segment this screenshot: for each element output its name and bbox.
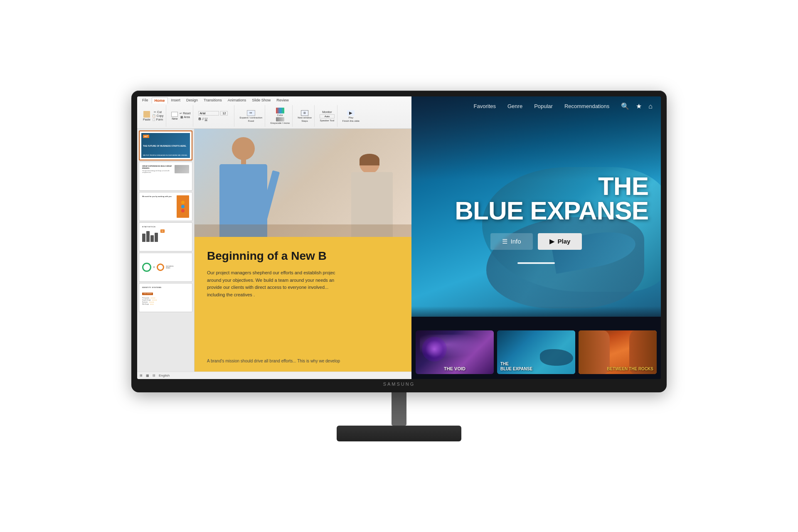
slide4-badge: 32 [160, 229, 165, 233]
monitor-stand-neck [392, 392, 406, 426]
play-group: ▶ Play Finish this slide [340, 105, 362, 127]
monitor-button[interactable]: Monitor [322, 111, 332, 113]
slide-thumb-3[interactable]: 3 We work for you by working with you. [139, 192, 192, 221]
slide-thumb-4[interactable]: 4 STATISTICS 32 [139, 222, 192, 251]
stream-nav: Favorites Genre Popular Recommendations … [411, 96, 661, 116]
tab-insert[interactable]: Insert [169, 97, 183, 103]
new-slide-button[interactable]: New [171, 112, 178, 120]
info-button[interactable]: ☰ Info [490, 233, 533, 250]
format-button[interactable]: ⬚ Form [152, 118, 163, 121]
expand-group: ⇔ Expand / contraction Fixed [237, 105, 265, 127]
slide-body: Our project managers shepherd our effort… [207, 269, 399, 298]
thumb-void-label: THE VOID [424, 366, 486, 372]
speaker-tool-button[interactable]: Speaker Tool [320, 119, 334, 122]
tab-slideshow[interactable]: Slide Show [249, 97, 273, 103]
menu-icon: ☰ [502, 238, 507, 245]
ppt-statusbar: ⊞ ▦ ⊟ English [137, 372, 411, 379]
ribbon-toolbar: Paste ✂ Cut 📋 Copy ⬚ Form [139, 103, 410, 128]
slide-main-heading: Beginning of a New B [207, 249, 399, 263]
slide4-title: STATISTICS [142, 226, 189, 228]
streaming-section: Favorites Genre Popular Recommendations … [411, 96, 661, 379]
slide-footer: A brand's mission should drive all brand… [207, 359, 340, 363]
slide1-title: THE FUTURE OF BUSINESS STARTS HERE. [143, 145, 188, 148]
nav-recommendations[interactable]: Recommendations [564, 103, 609, 109]
nav-popular[interactable]: Popular [534, 103, 553, 109]
slide-thumb-6[interactable]: 6 IDENTITY SYSTEMS UX/UI DESIGN Photogra… [139, 283, 192, 312]
slide-thumb-5[interactable]: 5 + INNOVATION BRAND [139, 253, 192, 282]
nav-genre[interactable]: Genre [507, 103, 522, 109]
play-icon: ▶ [549, 238, 554, 245]
paste-button[interactable]: Paste [143, 111, 150, 121]
ppt-content-area: 1 m7 THE FUTURE OF BUSINESS STARTS HERE.… [137, 129, 411, 372]
new-window-button[interactable]: ⊞ New window [298, 110, 312, 119]
color-button[interactable]: Color [276, 108, 284, 116]
thumbnails-section: THE VOID THEBLUE EXPANSE [411, 306, 661, 379]
slide-thumb-2[interactable]: 2 GREAT EXPERIENCES BUILD GREAT BRANDS. … [139, 162, 192, 191]
play-button[interactable]: ▶ Play [538, 233, 582, 250]
underline-button[interactable]: U [204, 117, 207, 121]
monitor-stand-base [337, 426, 461, 441]
tab-transitions[interactable]: Transitions [201, 97, 224, 103]
progress-bar-area [411, 262, 661, 264]
thumbnail-between-rocks[interactable]: BETWEEN THE ROCKS [579, 330, 657, 374]
bold-button[interactable]: B [198, 117, 201, 121]
slide-content-box: Beginning of a New B Our project manager… [195, 237, 411, 372]
powerpoint-section: File Home Insert Design Transitions [137, 96, 411, 379]
cut-button[interactable]: ✂ Cut [152, 111, 163, 114]
favorites-icon[interactable]: ★ [636, 102, 642, 110]
thumb-rocks-label: BETWEEN THE ROCKS [607, 367, 653, 372]
font-group: Arial 12 B I U [196, 105, 234, 127]
fixed-button[interactable]: Fixed [248, 120, 254, 122]
window-group: ⊞ New window Steps [295, 105, 315, 127]
layout-button[interactable]: ▦ Area [180, 116, 190, 119]
monitor-frame: File Home Insert Design Transitions [131, 91, 667, 392]
reset-button[interactable]: ↩ Reset [180, 112, 190, 115]
finish-slide-button[interactable]: Finish this slide [342, 120, 360, 122]
language-indicator: English [159, 374, 170, 377]
hero-title: THE BLUE EXPANSE [424, 174, 648, 223]
home-icon[interactable]: ⌂ [648, 103, 653, 110]
slides-group: New ↩ Reset ▦ Area [169, 105, 193, 127]
steps-button[interactable]: Steps [301, 120, 308, 122]
italic-button[interactable]: I [202, 117, 204, 121]
thumbnail-blue-expanse[interactable]: THEBLUE EXPANSE [497, 330, 575, 374]
expand-button[interactable]: ⇔ Expand / contraction [239, 110, 262, 119]
hero-content: THE BLUE EXPANSE ☰ Info ▶ Play [411, 174, 661, 250]
slide-panel[interactable]: 1 m7 THE FUTURE OF BUSINESS STARTS HERE.… [137, 129, 195, 372]
copy-button[interactable]: 📋 Copy [152, 114, 163, 118]
nav-favorites[interactable]: Favorites [474, 103, 496, 109]
tab-animations[interactable]: Animations [225, 97, 249, 103]
slide-top-image [195, 129, 411, 237]
thumbnail-void[interactable]: THE VOID [416, 330, 494, 374]
slide3-text: We work for you by working with you. [142, 195, 175, 197]
grayscale-button[interactable]: Grayscale / mono [270, 117, 290, 124]
color-group: Color Grayscale / mono [268, 105, 293, 127]
nav-icons: 🔍 ★ ⌂ [621, 102, 653, 110]
tab-home[interactable]: Home [152, 97, 168, 103]
tab-file[interactable]: File [140, 97, 151, 103]
slide1-badge: m7 [143, 135, 149, 138]
monitor-brand: SAMSUNG [137, 379, 661, 388]
main-slide: Beginning of a New B Our project manager… [195, 129, 411, 372]
ribbon: File Home Insert Design Transitions [137, 96, 411, 129]
monitor-group: Monitor Auto Speaker Tool [317, 105, 337, 127]
monitor-wrapper: File Home Insert Design Transitions [131, 91, 667, 441]
monitor-screen: File Home Insert Design Transitions [137, 96, 661, 379]
play-button[interactable]: ▶ Play [347, 110, 355, 119]
hero-buttons: ☰ Info ▶ Play [424, 233, 648, 250]
ribbon-tabs: File Home Insert Design Transitions [139, 96, 410, 103]
slide-thumb-1[interactable]: 1 m7 THE FUTURE OF BUSINESS STARTS HERE.… [139, 131, 192, 160]
search-icon[interactable]: 🔍 [621, 102, 629, 110]
clipboard-group: Paste ✂ Cut 📋 Copy ⬚ Form [140, 105, 166, 127]
tab-design[interactable]: Design [184, 97, 200, 103]
tab-review[interactable]: Review [274, 97, 291, 103]
hero-progress-bar [517, 262, 555, 264]
thumb-blue-label: THEBLUE EXPANSE [500, 362, 532, 372]
slide6-badge: UX/UI DESIGN [142, 293, 153, 295]
slide-canvas: Beginning of a New B Our project manager… [195, 129, 411, 372]
slide6-title: IDENTITY SYSTEMS [142, 286, 189, 288]
